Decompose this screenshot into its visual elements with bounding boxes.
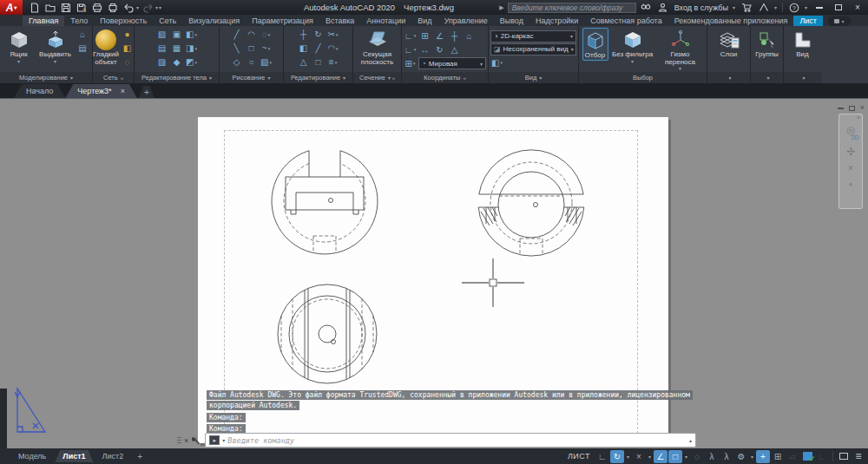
panel-title-mesh[interactable]: Сеть bbox=[93, 72, 134, 83]
clean-screen-icon[interactable] bbox=[837, 450, 851, 463]
polar-dropdown-icon[interactable]: ▾ bbox=[625, 454, 631, 460]
tab-mesh[interactable]: Сеть bbox=[153, 16, 182, 26]
customization-menu-icon[interactable] bbox=[852, 450, 865, 463]
search-icon[interactable] bbox=[640, 2, 652, 13]
pan-hand-icon[interactable]: ✣ bbox=[846, 147, 855, 157]
close-button[interactable]: × bbox=[851, 2, 865, 13]
layout2-tab[interactable]: Лист2 bbox=[95, 450, 132, 462]
smooth-less-icon[interactable] bbox=[121, 42, 134, 55]
slice-icon[interactable] bbox=[170, 28, 183, 41]
minimize-button[interactable] bbox=[812, 2, 826, 13]
application-menu-button[interactable]: A▾ bbox=[0, 0, 23, 15]
view-tools-button[interactable]: Вид bbox=[788, 28, 818, 59]
tab-home[interactable]: Главная bbox=[23, 16, 64, 26]
panel-title-section[interactable]: Сечение bbox=[353, 72, 401, 83]
presspull-icon[interactable] bbox=[76, 42, 89, 55]
lasso-selection-icon[interactable] bbox=[690, 450, 704, 463]
filtering-dropdown-icon[interactable]: ▾ bbox=[749, 454, 755, 460]
object-snap-tracking-icon[interactable] bbox=[632, 450, 646, 463]
tab-solid[interactable]: Тело bbox=[64, 16, 94, 26]
panel-title-draw[interactable]: Рисование bbox=[220, 72, 283, 83]
command-bar-customize-icon[interactable] bbox=[192, 433, 201, 448]
help-icon[interactable]: ? bbox=[788, 2, 800, 13]
tab-manage[interactable]: Управление bbox=[438, 16, 494, 26]
panel-title-solid-editing[interactable]: Редактирование тела bbox=[135, 72, 219, 83]
panel-title-modeling[interactable]: Моделирование bbox=[0, 72, 92, 83]
copy-icon[interactable] bbox=[297, 42, 310, 55]
fillet-edge-icon[interactable]: ▾ bbox=[185, 28, 198, 41]
ucs-x-icon[interactable] bbox=[418, 43, 431, 56]
user-icon[interactable] bbox=[657, 2, 669, 13]
command-input[interactable] bbox=[227, 436, 687, 445]
named-view-combobox[interactable]: Несохраненный вид▾ bbox=[490, 43, 576, 56]
panel-title-groups[interactable] bbox=[751, 72, 783, 83]
redo-dropdown-icon[interactable]: ▾ bbox=[155, 4, 158, 10]
union-icon[interactable] bbox=[155, 28, 168, 41]
mirror-icon[interactable] bbox=[312, 42, 325, 55]
drawing-viewport[interactable]: × × ◎ 2D ✣ × ▾ Файл Autodesk DWG. Это фа… bbox=[0, 98, 868, 448]
panel-title-selection[interactable]: Выбор bbox=[579, 72, 707, 83]
file-tab-start[interactable]: Начало bbox=[14, 84, 65, 98]
tab-output[interactable]: Вывод bbox=[494, 16, 529, 26]
ucs-named-icon[interactable] bbox=[463, 29, 476, 42]
gizmo-button[interactable]: Гизмо переноса▾ bbox=[657, 28, 704, 71]
no-filter-button[interactable]: Без фильтра▾ bbox=[610, 28, 655, 64]
viewport-config-icon[interactable]: ▾ bbox=[490, 56, 503, 69]
search-flyout-icon[interactable]: ▶ bbox=[499, 4, 503, 11]
3d-object-snap-icon[interactable] bbox=[705, 450, 719, 463]
polygon-icon[interactable] bbox=[230, 56, 243, 69]
command-bar-grip[interactable] bbox=[175, 433, 182, 448]
ellipse-icon[interactable] bbox=[245, 56, 258, 69]
ortho-toggle-icon[interactable] bbox=[595, 450, 609, 463]
box-button[interactable]: Ящик▾ bbox=[3, 28, 35, 64]
command-input-field[interactable]: ▸ ▾ ▴ bbox=[205, 433, 696, 448]
panel-title-view-tools[interactable] bbox=[784, 72, 821, 83]
plot-icon[interactable] bbox=[90, 2, 104, 14]
ribbon-options-pill[interactable]: ▾ bbox=[828, 16, 851, 26]
rotate-icon[interactable] bbox=[312, 28, 325, 41]
new-drawing-tab-button[interactable]: + bbox=[139, 86, 155, 98]
culling-button[interactable]: Отбор bbox=[582, 28, 608, 61]
undo-icon[interactable] bbox=[122, 2, 135, 14]
app-store-cart-icon[interactable] bbox=[740, 2, 753, 13]
polysolid-icon[interactable] bbox=[76, 28, 89, 41]
workspace-switching-icon[interactable]: ✓ bbox=[800, 450, 814, 463]
ucs-icon[interactable]: ▾ bbox=[404, 29, 417, 42]
save-as-icon[interactable] bbox=[75, 2, 89, 14]
autoscale-icon[interactable] bbox=[786, 450, 799, 463]
smooth-object-button[interactable]: Гладкий объект bbox=[93, 28, 119, 66]
autodesk-logo-icon[interactable] bbox=[758, 2, 770, 13]
polar-tracking-toggle-icon[interactable] bbox=[610, 450, 624, 463]
autodesk-dropdown-icon[interactable]: ▾ bbox=[774, 4, 777, 10]
circle-icon[interactable]: ▾ bbox=[260, 28, 273, 41]
annotation-monitor-icon[interactable] bbox=[815, 450, 829, 463]
thicken-icon[interactable] bbox=[170, 42, 183, 55]
spline-icon[interactable]: ▾ bbox=[260, 42, 273, 55]
tab-view[interactable]: Вид bbox=[411, 16, 437, 26]
taper-faces-icon[interactable]: ▾ bbox=[185, 42, 198, 55]
zoom-extents-icon[interactable]: × bbox=[847, 163, 853, 173]
sign-in-dropdown-icon[interactable]: ▾ bbox=[733, 4, 735, 10]
hatch-icon[interactable]: ▾ bbox=[260, 56, 273, 69]
osnap-dropdown-icon[interactable]: ▾ bbox=[683, 454, 689, 460]
smooth-more-icon[interactable] bbox=[121, 28, 134, 41]
rectangle-icon[interactable] bbox=[245, 42, 258, 55]
ucs-world-icon[interactable] bbox=[418, 29, 431, 42]
extrude-button[interactable]: Выдавить▾ bbox=[36, 28, 75, 64]
fillet-icon[interactable]: ▾ bbox=[326, 42, 339, 55]
tab-parametric[interactable]: Параметризация bbox=[246, 16, 319, 26]
model-tab[interactable]: Модель bbox=[10, 450, 54, 462]
section-plane-button[interactable]: Секущая плоскость bbox=[357, 28, 398, 66]
save-icon[interactable] bbox=[59, 2, 73, 14]
tab-addins[interactable]: Надстройки bbox=[529, 16, 584, 26]
layers-button[interactable]: Слои bbox=[712, 28, 746, 59]
ucs-view-icon[interactable]: ▾ bbox=[404, 57, 417, 70]
ucs-y-icon[interactable] bbox=[433, 43, 446, 56]
refine-mesh-icon[interactable] bbox=[121, 56, 134, 69]
ucs-origin-icon[interactable] bbox=[433, 29, 446, 42]
layout1-tab[interactable]: Лист1 bbox=[55, 450, 93, 462]
vp-minimize-icon[interactable] bbox=[838, 108, 844, 109]
new-layout-button[interactable]: + bbox=[132, 452, 148, 461]
quick-properties-icon[interactable] bbox=[756, 450, 770, 463]
selection-filtering-icon[interactable] bbox=[734, 450, 748, 463]
